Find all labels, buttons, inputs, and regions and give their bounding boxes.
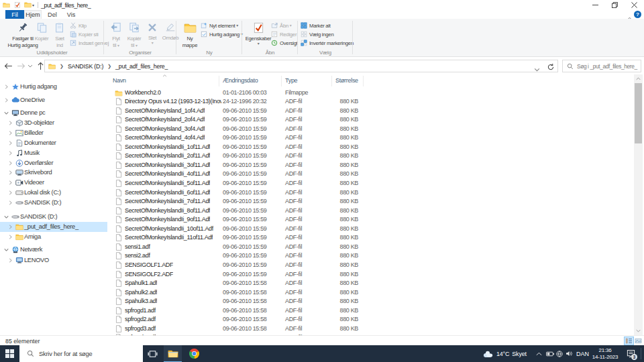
close-button[interactable] xyxy=(625,0,644,9)
file-row[interactable]: SecretOfMonkeyIslandIi_2of11.Adf 09-06-2… xyxy=(107,152,634,161)
file-row[interactable]: SecretOfMonkeyIslandIi_1of11.Adf 09-06-2… xyxy=(107,142,634,152)
column-divider[interactable] xyxy=(331,76,332,86)
show-hidden-icons-button[interactable] xyxy=(536,345,542,362)
minimize-button[interactable] xyxy=(586,0,605,9)
file-row[interactable]: SecretOfMonkeyIslandIi_4of11.Adf 09-06-2… xyxy=(107,170,634,179)
new-folder-button[interactable]: Ny mappe xyxy=(181,19,199,49)
breadcrumb-folder[interactable]: _put_adf_files_here_ xyxy=(115,63,168,70)
vertical-scrollbar[interactable] xyxy=(634,74,643,335)
file-row[interactable]: SecretOfMonkeyIslandIi_9of11.Adf 09-06-2… xyxy=(107,215,634,225)
quick-access-button[interactable]: Hurtig adgang ▾ xyxy=(201,30,243,38)
sidebar-item[interactable]: LENOVO xyxy=(0,255,107,265)
expand-chevron-icon[interactable] xyxy=(8,121,13,125)
file-row[interactable]: sensi2.adf 09-06-2010 15:59 ADF-fil 880 … xyxy=(107,251,634,261)
battery-tray-icon[interactable] xyxy=(546,345,554,362)
thumbnails-view-toggle[interactable] xyxy=(633,337,643,345)
breadcrumb-chevron[interactable]: ❯ xyxy=(60,64,64,69)
edit-button[interactable]: Rediger xyxy=(271,30,297,38)
back-button[interactable] xyxy=(2,60,14,72)
file-row[interactable]: Workbench2.0 01-01-2106 00:03 Filmappe xyxy=(107,88,634,97)
restore-button[interactable] xyxy=(605,0,625,9)
cut-button[interactable]: Klip xyxy=(70,21,87,29)
taskbar-search-box[interactable]: Skriv her for at søge xyxy=(19,345,143,362)
breadcrumb-chevron[interactable]: ❯ xyxy=(107,64,111,69)
expand-chevron-icon[interactable] xyxy=(8,180,13,185)
refresh-button[interactable] xyxy=(547,62,555,74)
file-row[interactable]: SecretOfMonkeyIsland_4of4.Adf 09-06-2010… xyxy=(107,133,634,143)
invert-selection-button[interactable]: Invertér markeringen xyxy=(301,39,354,47)
column-divider[interactable] xyxy=(281,76,282,86)
expand-chevron-icon[interactable] xyxy=(8,161,13,166)
move-to-button[interactable]: Flyt til ▾ xyxy=(107,19,125,49)
volume-tray-icon[interactable] xyxy=(566,345,573,362)
select-none-button[interactable]: Vælg ingen xyxy=(301,30,333,38)
scroll-up-button[interactable] xyxy=(634,74,643,83)
sidebar-item[interactable]: OneDrive xyxy=(0,95,107,105)
expand-chevron-icon[interactable] xyxy=(8,190,13,195)
history-button[interactable]: Oversigt xyxy=(271,39,298,47)
file-row[interactable]: Spahulk2.adf 09-06-2010 15:58 ADF-fil 88… xyxy=(107,288,634,297)
expand-chevron-icon[interactable] xyxy=(8,225,13,229)
sidebar-item[interactable]: _put_adf_files_here_ xyxy=(0,222,107,232)
file-row[interactable]: Spahulk3.adf 09-06-2010 15:58 ADF-fil 88… xyxy=(107,297,634,306)
expand-chevron-icon[interactable] xyxy=(4,111,9,115)
column-divider[interactable] xyxy=(363,76,364,86)
new-item-button[interactable]: Nyt element ▾ xyxy=(201,21,238,29)
network-tray-icon[interactable] xyxy=(556,345,563,362)
weather-tray-item[interactable]: 14°C Skyet xyxy=(482,345,527,362)
file-row[interactable]: SecretOfMonkeyIslandIi_8of11.Adf 09-06-2… xyxy=(107,206,634,215)
sidebar-item[interactable]: SANDISK (D:) xyxy=(0,198,107,208)
sidebar-item[interactable]: Skrivebord xyxy=(0,168,107,178)
recent-locations-caret[interactable] xyxy=(26,60,34,72)
language-indicator[interactable]: DAN xyxy=(576,345,589,362)
file-row[interactable]: SecretOfMonkeyIsland_3of4.Adf 09-06-2010… xyxy=(107,124,634,133)
forward-button[interactable] xyxy=(15,60,27,72)
file-row[interactable]: SecretOfMonkeyIslandIi_7of11.Adf 09-06-2… xyxy=(107,197,634,206)
tab-file[interactable]: Fil xyxy=(5,10,24,19)
file-row[interactable]: spfrogd1.adf 09-06-2010 15:58 ADF-fil 88… xyxy=(107,306,634,315)
sidebar-item[interactable]: Billeder xyxy=(0,128,107,138)
qat-customize-caret[interactable]: ▾ xyxy=(32,3,34,7)
file-row[interactable]: SecretOfMonkeyIslandIi_5of11.Adf 09-06-2… xyxy=(107,179,634,188)
file-row[interactable]: Directory Opus v4.12 (1993-12-13)(Inovat… xyxy=(107,97,634,107)
start-button[interactable] xyxy=(0,345,19,362)
column-header-name[interactable]: Navn xyxy=(113,77,126,84)
search-box[interactable]: Søg i _put_adf_files_here_ xyxy=(562,60,641,72)
expand-chevron-icon[interactable] xyxy=(4,84,9,89)
file-row[interactable]: Spahulk1.adf 09-06-2010 15:58 ADF-fil 88… xyxy=(107,279,634,288)
task-view-button[interactable] xyxy=(143,345,162,362)
sidebar-item[interactable]: Lokal disk (C:) xyxy=(0,188,107,198)
sidebar-item[interactable]: SANDISK (D:) xyxy=(0,212,107,222)
show-desktop-button[interactable] xyxy=(641,348,641,359)
paste-button[interactable]: Sæt ind xyxy=(51,19,68,49)
expand-chevron-icon[interactable] xyxy=(8,235,13,239)
column-header-date[interactable]: Ændringsdato xyxy=(223,77,258,84)
file-row[interactable]: SecretOfMonkeyIsland_2of4.Adf 09-06-2010… xyxy=(107,115,634,125)
file-row[interactable]: SecretOfMonkeyIsland_1of4.Adf 09-06-2010… xyxy=(107,106,634,115)
expand-chevron-icon[interactable] xyxy=(8,200,13,205)
sidebar-item[interactable]: Netværk xyxy=(0,245,107,255)
sidebar-item[interactable]: Amiga xyxy=(0,232,107,242)
breadcrumb-drive[interactable]: SANDISK (D:) xyxy=(68,63,103,70)
expand-chevron-icon[interactable] xyxy=(8,131,13,135)
details-view-toggle[interactable] xyxy=(624,337,634,345)
file-row[interactable]: SENSIGOLF1.ADF 09-06-2010 15:59 ADF-fil … xyxy=(107,260,634,269)
file-row[interactable]: spfrogd2.adf 09-06-2010 15:58 ADF-fil 88… xyxy=(107,315,634,324)
tab-home[interactable]: Hjem xyxy=(24,10,42,19)
expand-chevron-icon[interactable] xyxy=(4,215,9,219)
sidebar-item[interactable]: Denne pc xyxy=(0,108,107,118)
help-icon[interactable]: ? xyxy=(634,11,641,18)
address-dropdown-caret[interactable] xyxy=(534,62,540,74)
sidebar-item[interactable]: Overførsler xyxy=(0,158,107,168)
sidebar-item[interactable]: Videoer xyxy=(0,178,107,188)
sidebar-item[interactable]: Hurtig adgang xyxy=(0,82,107,92)
file-row[interactable]: SecretOfMonkeyIslandIi_3of11.Adf 09-06-2… xyxy=(107,160,634,170)
column-header-size[interactable]: Størrelse xyxy=(335,77,358,84)
expand-chevron-icon[interactable] xyxy=(8,151,13,156)
expand-chevron-icon[interactable] xyxy=(4,247,9,252)
delete-button[interactable]: Slet ▾ xyxy=(144,19,161,45)
file-row[interactable]: SecretOfMonkeyIslandIi_10of11.Adf 09-06-… xyxy=(107,224,634,233)
qat-properties-icon[interactable] xyxy=(14,1,21,9)
scrollbar-thumb[interactable] xyxy=(635,83,642,143)
file-row[interactable]: SecretOfMonkeyIslandIi_6of11.Adf 09-06-2… xyxy=(107,188,634,197)
